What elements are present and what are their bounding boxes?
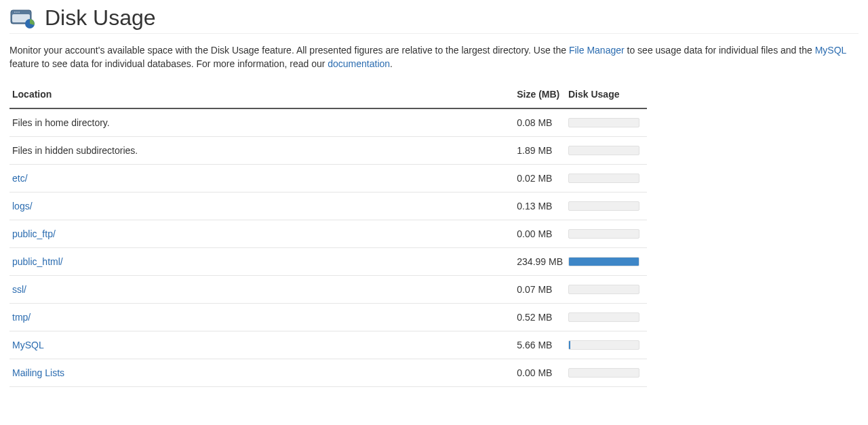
location-cell: public_html/ — [9, 247, 514, 275]
usage-bar — [568, 201, 639, 211]
location-link[interactable]: tmp/ — [12, 312, 31, 323]
col-header-location: Location — [9, 83, 514, 108]
size-cell: 234.99 MB — [514, 247, 566, 275]
page-header: Disk Usage — [9, 5, 859, 34]
table-row: public_ftp/0.00 MB — [9, 220, 647, 247]
size-cell: 5.66 MB — [514, 331, 566, 359]
size-cell: 0.52 MB — [514, 303, 566, 331]
table-row: public_html/234.99 MB — [9, 247, 647, 275]
table-row: Files in hidden subdirectories.1.89 MB — [9, 136, 647, 164]
location-cell: MySQL — [9, 331, 514, 359]
table-row: Mailing Lists0.00 MB — [9, 359, 647, 386]
usage-bar-fill — [569, 258, 639, 266]
location-link[interactable]: MySQL — [12, 340, 44, 350]
usage-bar-cell — [566, 164, 647, 192]
location-cell: etc/ — [9, 164, 514, 192]
usage-bar-cell — [566, 275, 647, 303]
location-link[interactable]: Mailing Lists — [12, 367, 64, 378]
location-text: Files in home directory. — [12, 117, 110, 128]
usage-bar — [568, 368, 639, 378]
location-link[interactable]: etc/ — [12, 173, 28, 184]
intro-text-3: feature to see data for individual datab… — [9, 58, 328, 69]
size-cell: 0.07 MB — [514, 275, 566, 303]
svg-point-3 — [16, 12, 18, 13]
usage-bar-cell — [566, 192, 647, 220]
location-cell: tmp/ — [9, 303, 514, 331]
page-title: Disk Usage — [45, 5, 156, 31]
usage-bar — [568, 285, 639, 294]
usage-bar — [568, 257, 639, 266]
intro-text-2: to see usage data for individual files a… — [625, 45, 815, 56]
location-link[interactable]: public_html/ — [12, 256, 63, 267]
table-row: etc/0.02 MB — [9, 164, 647, 192]
location-link[interactable]: ssl/ — [12, 284, 26, 295]
intro-paragraph: Monitor your account's available space w… — [9, 43, 859, 71]
usage-bar — [568, 312, 639, 322]
location-cell: public_ftp/ — [9, 220, 514, 247]
col-header-size: Size (MB) — [514, 83, 566, 108]
size-cell: 0.08 MB — [514, 108, 566, 137]
usage-bar — [568, 146, 639, 155]
location-cell: ssl/ — [9, 275, 514, 303]
documentation-link[interactable]: documentation — [328, 58, 390, 69]
usage-bar-cell — [566, 303, 647, 331]
intro-text-1: Monitor your account's available space w… — [9, 45, 569, 56]
table-row: Files in home directory.0.08 MB — [9, 108, 647, 137]
table-row: ssl/0.07 MB — [9, 275, 647, 303]
intro-text-4: . — [390, 58, 393, 69]
mysql-link[interactable]: MySQL — [815, 45, 846, 56]
usage-bar — [568, 340, 639, 350]
svg-point-2 — [14, 12, 16, 13]
table-row: logs/0.13 MB — [9, 192, 647, 220]
location-link[interactable]: logs/ — [12, 201, 33, 211]
size-cell: 0.00 MB — [514, 359, 566, 386]
usage-bar-fill — [569, 341, 570, 349]
location-link[interactable]: public_ftp/ — [12, 228, 56, 239]
col-header-usage: Disk Usage — [566, 83, 647, 108]
table-row: tmp/0.52 MB — [9, 303, 647, 331]
location-cell: Files in home directory. — [9, 108, 514, 137]
table-row: MySQL5.66 MB — [9, 331, 647, 359]
location-cell: logs/ — [9, 192, 514, 220]
usage-bar-cell — [566, 331, 647, 359]
size-cell: 0.00 MB — [514, 220, 566, 247]
disk-usage-icon — [9, 7, 37, 29]
location-cell: Mailing Lists — [9, 359, 514, 386]
disk-usage-table: Location Size (MB) Disk Usage Files in h… — [9, 83, 647, 387]
usage-bar — [568, 174, 639, 183]
size-cell: 0.13 MB — [514, 192, 566, 220]
usage-bar-cell — [566, 136, 647, 164]
svg-point-4 — [18, 12, 20, 13]
usage-bar — [568, 229, 639, 239]
usage-bar-cell — [566, 359, 647, 386]
size-cell: 0.02 MB — [514, 164, 566, 192]
usage-bar — [568, 118, 639, 127]
usage-bar-cell — [566, 220, 647, 247]
usage-bar-cell — [566, 247, 647, 275]
size-cell: 1.89 MB — [514, 136, 566, 164]
location-cell: Files in hidden subdirectories. — [9, 136, 514, 164]
location-text: Files in hidden subdirectories. — [12, 145, 138, 156]
usage-bar-cell — [566, 108, 647, 137]
file-manager-link[interactable]: File Manager — [569, 45, 625, 56]
